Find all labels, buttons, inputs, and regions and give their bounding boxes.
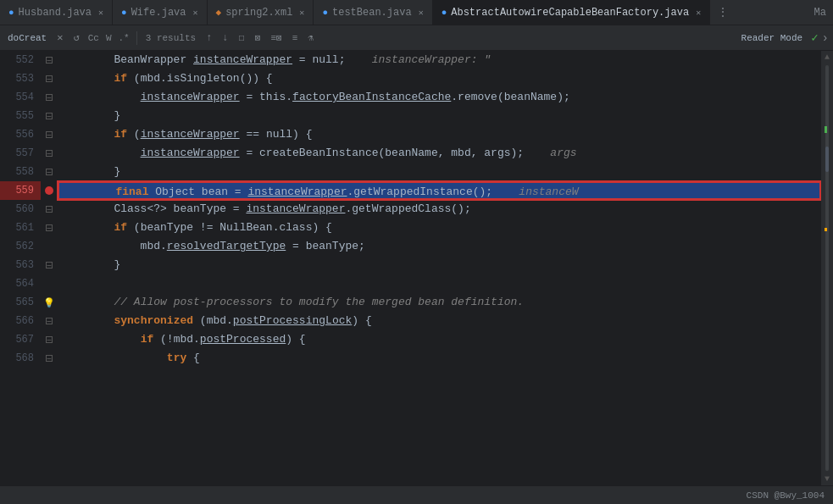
scroll-up-arrow[interactable]: ▲	[823, 51, 831, 64]
line-number-563: 563	[0, 256, 41, 274]
status-bar: CSDN @Bwy_1004	[0, 485, 833, 504]
filter-btn2[interactable]: ≡⊠	[267, 30, 285, 45]
light-bulb-icon[interactable]: 💡	[43, 297, 55, 308]
line-code-568: try {	[58, 349, 821, 368]
line-gutter-562	[41, 237, 58, 256]
fold-icon[interactable]: ─	[46, 169, 53, 175]
tab-spring2[interactable]: ◆ spring2.xml ✕	[208, 0, 314, 25]
fold-icon[interactable]: ─	[46, 75, 53, 82]
orange-indicator	[825, 228, 827, 231]
line-code-553: if (mbd.isSingleton()) {	[58, 69, 821, 88]
line-gutter-552: ─	[41, 51, 58, 69]
code-area: 552─ BeanWrapper instanceWrapper = null;…	[0, 51, 833, 485]
line-code-554: instanceWrapper = this.factoryBeanInstan…	[58, 88, 821, 107]
code-line-568: 568─ try {	[0, 349, 821, 368]
line-gutter-568: ─	[41, 349, 58, 368]
line-code-556: if (instanceWrapper == null) {	[58, 125, 821, 144]
java-icon: ●	[441, 8, 447, 18]
toggle-button[interactable]: ☐	[236, 30, 248, 46]
code-line-558: 558─ }	[0, 163, 821, 181]
close-icon[interactable]: ✕	[98, 8, 103, 18]
line-code-567: if (!mbd.postProcessed) {	[58, 330, 821, 349]
line-code-560: Class<?> beanType = instanceWrapper.getW…	[58, 200, 821, 219]
more-tabs-button[interactable]: ⋮	[710, 5, 736, 19]
fold-icon[interactable]: ─	[46, 113, 53, 119]
close-search-button[interactable]: ✕	[53, 30, 66, 46]
line-code-563: }	[58, 256, 821, 274]
word-button[interactable]: W	[104, 33, 114, 43]
java-icon: ●	[121, 8, 127, 18]
line-code-557: instanceWrapper = createBeanInstance(bea…	[58, 144, 821, 163]
fold-icon[interactable]: ─	[46, 262, 53, 269]
fold-icon[interactable]: ─	[46, 150, 53, 157]
fold-icon[interactable]: ─	[46, 206, 53, 213]
regex-button[interactable]: .*	[117, 33, 131, 43]
close-icon[interactable]: ✕	[419, 8, 424, 18]
line-code-566: synchronized (mbd.postProcessingLock) {	[58, 312, 821, 330]
fold-icon[interactable]: ─	[46, 94, 53, 101]
line-code-561: if (beanType != NullBean.class) {	[58, 219, 821, 237]
scroll-down-arrow[interactable]: ▼	[823, 473, 831, 485]
close-icon[interactable]: ✕	[192, 8, 197, 18]
tab-husband[interactable]: ● Husband.java ✕	[0, 0, 113, 25]
xml-icon: ◆	[216, 7, 222, 18]
line-number-555: 555	[0, 107, 41, 125]
filter-btn3[interactable]: ≡	[289, 31, 302, 45]
lines-container: 552─ BeanWrapper instanceWrapper = null;…	[0, 51, 821, 368]
line-gutter-563: ─	[41, 256, 58, 274]
filter-btn1[interactable]: ⊠	[252, 30, 264, 45]
breakpoint-icon[interactable]	[45, 186, 53, 195]
java-icon: ●	[322, 8, 328, 18]
line-number-558: 558	[0, 163, 41, 181]
next-result-button[interactable]: ↓	[219, 30, 231, 46]
search-term-label: doCreat	[4, 33, 50, 43]
scrollbar[interactable]: ▲ ▼	[821, 51, 833, 485]
fold-icon[interactable]: ─	[46, 355, 53, 362]
code-line-563: 563─ }	[0, 256, 821, 274]
close-icon[interactable]: ✕	[696, 8, 701, 18]
line-gutter-557: ─	[41, 144, 58, 163]
line-number-553: 553	[0, 69, 41, 88]
line-gutter-560: ─	[41, 200, 58, 219]
line-number-557: 557	[0, 144, 41, 163]
split-editor-button[interactable]: Ma	[808, 7, 833, 19]
fold-icon[interactable]: ─	[46, 336, 53, 343]
line-number-567: 567	[0, 330, 41, 349]
close-icon[interactable]: ✕	[299, 8, 304, 18]
code-line-553: 553─ if (mbd.isSingleton()) {	[0, 69, 821, 88]
toolbar: doCreat ✕ ↺ Cc W .* 3 results ↑ ↓ ☐ ⊠ ≡⊠…	[0, 25, 833, 51]
line-gutter-567: ─	[41, 330, 58, 349]
tab-testbean[interactable]: ● testBean.java ✕	[314, 0, 432, 25]
prev-result-button[interactable]: ↑	[203, 30, 215, 46]
tab-label: Husband.java	[19, 7, 92, 19]
code-line-556: 556─ if (instanceWrapper == null) {	[0, 125, 821, 144]
fold-icon[interactable]: ─	[46, 318, 53, 324]
case-button[interactable]: Cc	[86, 33, 101, 43]
fold-icon[interactable]: ─	[46, 57, 53, 64]
code-line-562: 562 mbd.resolvedTargetType = beanType;	[0, 237, 821, 256]
status-text: CSDN @Bwy_1004	[747, 490, 825, 501]
tab-label: AbstractAutowireCapableBeanFactory.java	[451, 7, 689, 19]
tab-wife[interactable]: ● Wife.java ✕	[113, 0, 207, 25]
tab-label: Wife.java	[131, 7, 186, 19]
check-icon: ✓	[811, 30, 818, 45]
line-number-562: 562	[0, 237, 41, 256]
reader-mode-button[interactable]: Reader Mode	[736, 33, 808, 43]
tab-abstract[interactable]: ● AbstractAutowireCapableBeanFactory.jav…	[433, 0, 711, 25]
line-code-555: }	[58, 107, 821, 125]
line-gutter-553: ─	[41, 69, 58, 88]
java-icon: ●	[8, 8, 14, 18]
line-number-561: 561	[0, 219, 41, 237]
refresh-button[interactable]: ↺	[69, 30, 82, 46]
filter-btn4[interactable]: ⚗	[304, 30, 317, 45]
line-code-558: }	[58, 163, 821, 181]
tab-bar: ● Husband.java ✕ ● Wife.java ✕ ◆ spring2…	[0, 0, 833, 25]
fold-icon[interactable]: ─	[46, 131, 53, 138]
expand-icon[interactable]: ›	[822, 31, 829, 45]
line-gutter-555: ─	[41, 107, 58, 125]
code-panel: 552─ BeanWrapper instanceWrapper = null;…	[0, 51, 821, 485]
line-gutter-554: ─	[41, 88, 58, 107]
scroll-track[interactable]	[825, 65, 829, 471]
fold-icon[interactable]: ─	[46, 224, 53, 231]
code-line-567: 567─ if (!mbd.postProcessed) {	[0, 330, 821, 349]
